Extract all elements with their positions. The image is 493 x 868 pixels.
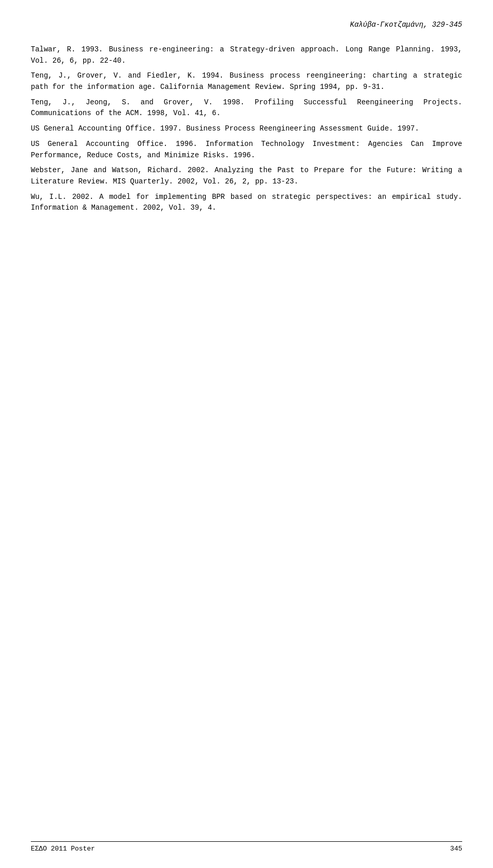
reference-text: Webster, Jane and Watson, Richard. 2002.… xyxy=(31,166,462,186)
list-item: US General Accounting Office. 1996. Info… xyxy=(31,139,462,161)
list-item: US General Accounting Office. 1997. Busi… xyxy=(31,123,462,135)
list-item: Webster, Jane and Watson, Richard. 2002.… xyxy=(31,165,462,187)
list-item: Teng, J., Grover, V. and Fiedler, K. 199… xyxy=(31,70,462,93)
reference-text: Teng, J., Jeong, S. and Grover, V. 1998.… xyxy=(31,98,462,118)
page-header: Καλύβα-Γκοτζαμάνη, 329-345 xyxy=(31,21,462,29)
reference-text: Talwar, R. 1993. Business re-engineering… xyxy=(31,45,462,65)
footer-left: ΕΣΔΟ 2011 Poster xyxy=(31,845,95,853)
page-footer: ΕΣΔΟ 2011 Poster 345 xyxy=(31,841,462,853)
references-body: Talwar, R. 1993. Business re-engineering… xyxy=(31,44,462,214)
footer-right: 345 xyxy=(450,845,462,853)
reference-text: Wu, I.L. 2002. A model for implementing … xyxy=(31,193,462,212)
list-item: Teng, J., Jeong, S. and Grover, V. 1998.… xyxy=(31,97,462,119)
reference-text: US General Accounting Office. 1997. Busi… xyxy=(31,124,419,133)
reference-text: US General Accounting Office. 1996. Info… xyxy=(31,140,462,159)
list-item: Talwar, R. 1993. Business re-engineering… xyxy=(31,44,462,66)
reference-text: Teng, J., Grover, V. and Fiedler, K. 199… xyxy=(31,71,462,91)
header-text: Καλύβα-Γκοτζαμάνη, 329-345 xyxy=(350,21,462,29)
page-container: Καλύβα-Γκοτζαμάνη, 329-345 Talwar, R. 19… xyxy=(0,0,493,868)
list-item: Wu, I.L. 2002. A model for implementing … xyxy=(31,192,462,214)
